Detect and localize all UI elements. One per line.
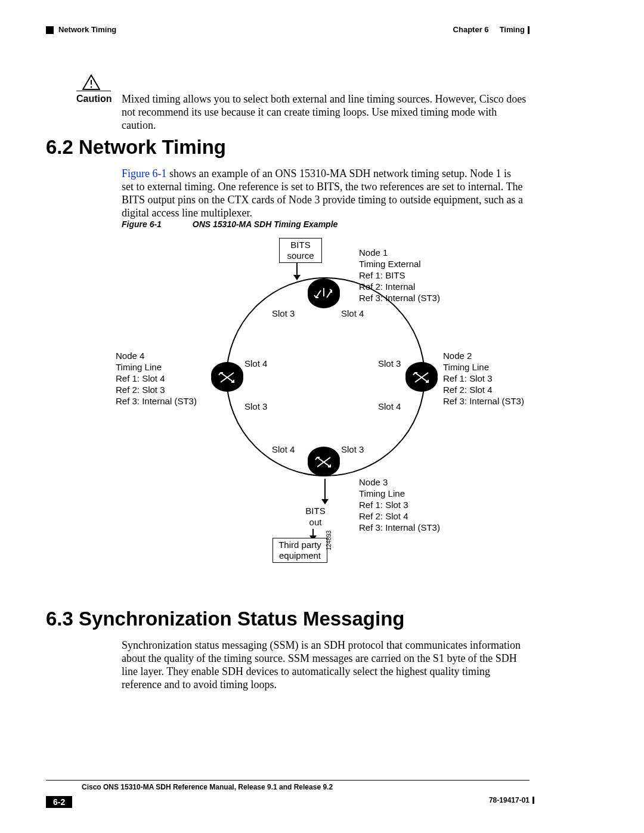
arrow-down-icon	[324, 479, 326, 499]
header-block-icon	[46, 26, 54, 34]
router-icon	[308, 282, 340, 308]
page-header: Chapter 6 Timing Network Timing	[0, 25, 644, 37]
section-6-3-body: Synchronization status messaging (SSM) i…	[122, 639, 525, 691]
page-number: 6-2	[46, 796, 72, 808]
figure-label: Figure 6-1	[122, 219, 162, 229]
section-heading-6-3: 6.3 Synchronization Status Messaging	[46, 608, 404, 630]
figure-reference-link[interactable]: Figure 6-1	[122, 168, 167, 179]
header-section: Network Timing	[58, 25, 116, 34]
arrow-down-icon	[296, 263, 298, 275]
node3-label: Node 3Timing LineRef 1: Slot 3Ref 2: Slo…	[359, 476, 440, 533]
arrow-down-icon	[312, 529, 314, 535]
warning-icon	[82, 75, 100, 92]
figure-title: ONS 15310-MA SDH Timing Example	[193, 219, 338, 229]
node4-label: Node 4Timing LineRef 1: Slot 4Ref 2: Slo…	[116, 350, 197, 407]
section-6-2-text: shows an example of an ONS 15310-MA SDH …	[122, 168, 523, 219]
page-footer: Cisco ONS 15310-MA SDH Reference Manual,…	[46, 780, 530, 791]
document-number: 78-19417-01	[489, 796, 530, 804]
bits-source-box: BITSsource	[279, 238, 322, 263]
third-party-box: Third partyequipment	[273, 538, 327, 563]
slot-label: Slot 3	[244, 401, 267, 411]
caution-label: Caution	[76, 94, 112, 104]
caution-rule	[76, 91, 111, 91]
router-icon	[405, 366, 438, 392]
slot-label: Slot 4	[341, 308, 364, 318]
slot-label: Slot 3	[272, 308, 295, 318]
figure-caption: Figure 6-1 ONS 15310-MA SDH Timing Examp…	[122, 219, 338, 229]
node2-label: Node 2Timing LineRef 1: Slot 3Ref 2: Slo…	[443, 350, 524, 407]
chapter-title: Timing	[500, 25, 525, 34]
chapter-number: Chapter 6	[453, 25, 489, 34]
figure-number-code: 124893	[326, 531, 332, 550]
document-number-text: 78-19417-01	[489, 796, 530, 804]
header-bar-icon	[528, 26, 530, 34]
footer-manual-title: Cisco ONS 15310-MA SDH Reference Manual,…	[82, 783, 530, 791]
bits-out-label: BITSout	[301, 505, 330, 528]
node1-label: Node 1Timing ExternalRef 1: BITSRef 2: I…	[359, 247, 440, 304]
footer-bar-icon	[532, 797, 534, 804]
section-heading-6-2: 6.2 Network Timing	[46, 136, 226, 159]
router-icon	[308, 450, 340, 476]
figure-6-1: BITSsource Slot 3 Slot 4 Slot 3 Slot 4 S…	[122, 236, 527, 581]
svg-point-1	[91, 86, 92, 88]
router-icon	[211, 366, 243, 392]
caution-body: Mixed timing allows you to select both e…	[122, 92, 527, 132]
slot-label: Slot 3	[378, 358, 401, 368]
slot-label: Slot 4	[272, 444, 295, 454]
section-6-2-body: Figure 6-1 shows an example of an ONS 15…	[122, 167, 525, 219]
slot-label: Slot 4	[244, 358, 267, 368]
slot-label: Slot 4	[378, 401, 401, 411]
slot-label: Slot 3	[341, 444, 364, 454]
header-chapter: Chapter 6 Timing	[453, 25, 525, 34]
